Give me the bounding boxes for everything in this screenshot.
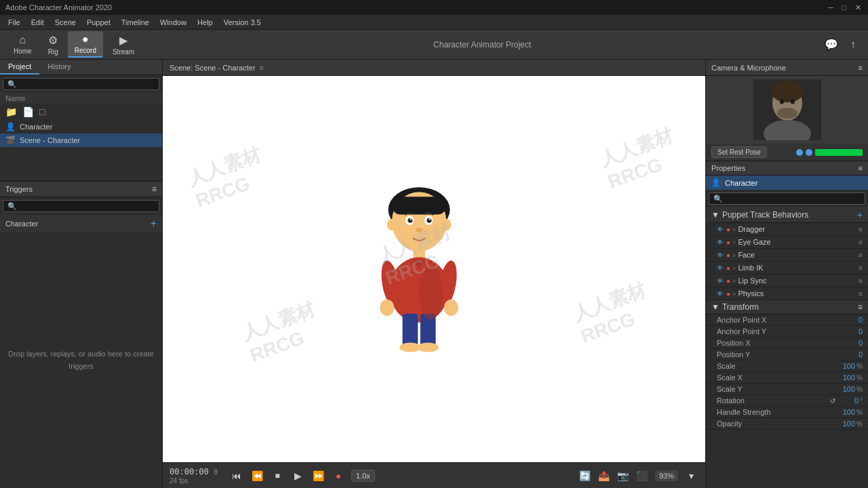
limbik-eye-icon[interactable]: 👁 (717, 264, 724, 272)
dragger-menu-icon[interactable]: ≡ (859, 226, 863, 233)
svg-point-11 (416, 228, 423, 232)
toolbar-stream-button[interactable]: ▶ Stream (106, 32, 141, 58)
tab-project[interactable]: Project (0, 60, 39, 75)
rotation-value[interactable]: 0 (838, 396, 859, 405)
transform-pos-x: Position X 0 (706, 338, 868, 349)
set-rest-pose-button[interactable]: Set Rest Pose (711, 146, 767, 158)
menu-puppet[interactable]: Puppet (81, 17, 116, 28)
face-menu-icon[interactable]: ≡ (859, 251, 863, 259)
project-scene-name: Scene - Character (20, 136, 80, 144)
handle-strength-value[interactable]: 100 (835, 408, 855, 416)
folder-icon[interactable]: 📁 (5, 106, 17, 117)
behavior-limb-ik: 👁 ● › Limb IK ≡ (706, 262, 868, 274)
physics-menu-icon[interactable]: ≡ (859, 290, 863, 298)
loop-button[interactable]: 🔄 (578, 468, 593, 483)
limbik-name: Limb IK (738, 264, 856, 272)
zoom-dropdown-button[interactable]: ▾ (684, 468, 698, 483)
face-expand-icon[interactable]: › (733, 251, 735, 259)
face-eye-icon[interactable]: 👁 (717, 251, 724, 259)
maximize-button[interactable]: □ (840, 3, 849, 12)
comment-icon[interactable]: 💬 (823, 37, 840, 53)
pos-x-value[interactable]: 0 (842, 339, 863, 347)
eyegaze-menu-icon[interactable]: ≡ (859, 239, 863, 246)
props-search-input[interactable] (709, 192, 865, 205)
triggers-search-input[interactable] (3, 200, 159, 212)
anchor-y-value[interactable]: 0 (842, 327, 863, 336)
transform-header[interactable]: ▼ Transform ≡ (706, 300, 868, 314)
menu-scene[interactable]: Scene (50, 17, 81, 28)
record-playback-button[interactable]: ● (331, 468, 346, 483)
lipsync-expand-icon[interactable]: › (733, 277, 735, 285)
dragger-lock-icon[interactable]: ● (726, 226, 730, 233)
menu-edit[interactable]: Edit (26, 17, 50, 28)
lipsync-eye-icon[interactable]: 👁 (717, 277, 724, 285)
close-button[interactable]: ✕ (853, 3, 863, 12)
eyegaze-expand-icon[interactable]: › (733, 239, 735, 246)
add-icon[interactable]: □ (39, 106, 45, 117)
file-icon[interactable]: 📄 (22, 106, 34, 117)
opacity-value[interactable]: 100 (835, 420, 855, 428)
limbik-menu-icon[interactable]: ≡ (859, 264, 863, 272)
lipsync-menu-icon[interactable]: ≡ (859, 277, 863, 285)
physics-eye-icon[interactable]: 👁 (717, 290, 724, 298)
dragger-eye-icon[interactable]: 👁 (717, 226, 724, 233)
fullscreen-button[interactable]: ⬛ (635, 468, 650, 483)
scale-x-value[interactable]: 100 (835, 373, 855, 382)
rotation-reset-icon[interactable]: ↺ (830, 397, 835, 405)
toolbar-home-button[interactable]: ⌂ Home (7, 32, 39, 57)
project-name-header: Name (0, 93, 162, 104)
project-item-character[interactable]: 👤 Character (0, 120, 162, 134)
watermark-4: 人人素材RRCG (596, 122, 684, 192)
toolbar-record-button[interactable]: ● Record (68, 31, 103, 58)
physics-expand-icon[interactable]: › (733, 290, 735, 298)
eyegaze-lock-icon[interactable]: ● (726, 239, 730, 246)
toolbar-rig-label: Rig (48, 48, 58, 56)
anchor-x-value[interactable]: 0 (842, 316, 863, 324)
puppet-track-behaviors-header[interactable]: ▼ Puppet Track Behaviors + (706, 207, 868, 223)
viewport: 人人素材RRCG 人人素材RRCG 人人素材RRCG 人人素材RRCG 人人素材… (163, 76, 705, 462)
project-search-input[interactable] (3, 78, 159, 90)
play-button[interactable]: ▶ (290, 468, 305, 483)
toolbar-right: 💬 ↑ (823, 37, 861, 53)
svg-point-16 (380, 300, 394, 317)
main-area: Project History Name 📁 📄 □ 👤 Character 🎬… (0, 60, 868, 488)
lipsync-lock-icon[interactable]: ● (726, 277, 730, 285)
triggers-drop-text: Drop layers, replays, or audio here to c… (7, 348, 155, 372)
step-back-button[interactable]: ⏪ (250, 468, 264, 483)
camera-view-button[interactable]: 📷 (616, 468, 631, 483)
tab-history[interactable]: History (39, 60, 79, 75)
step-forward-button[interactable]: ⏩ (311, 468, 326, 483)
go-to-start-button[interactable]: ⏮ (229, 468, 244, 483)
menu-file[interactable]: File (3, 17, 26, 28)
speed-button[interactable]: 1.0x (351, 470, 375, 482)
eyegaze-eye-icon[interactable]: 👁 (717, 239, 724, 246)
face-lock-icon[interactable]: ● (726, 251, 730, 259)
dragger-expand-icon[interactable]: › (733, 226, 735, 233)
svg-point-17 (444, 300, 458, 317)
share-icon[interactable]: ↑ (845, 37, 861, 53)
triggers-add-button[interactable]: + (151, 218, 157, 230)
properties-menu-icon[interactable]: ≡ (859, 164, 863, 172)
menu-window[interactable]: Window (155, 17, 192, 28)
limbik-expand-icon[interactable]: › (733, 264, 735, 272)
physics-lock-icon[interactable]: ● (726, 290, 730, 298)
pos-y-value[interactable]: 0 (842, 350, 863, 359)
transform-title: Transform (722, 302, 759, 312)
titlebar-title: Adobe Character Animator 2020 (5, 3, 112, 12)
scale-value[interactable]: 100 (835, 362, 855, 370)
scale-y-value[interactable]: 100 (835, 385, 855, 393)
project-item-scene[interactable]: 🎬 Scene - Character (0, 134, 162, 147)
transform-menu-icon[interactable]: ≡ (858, 302, 863, 312)
minimize-button[interactable]: ─ (826, 3, 835, 12)
export-button[interactable]: 📤 (597, 468, 612, 483)
scene-menu-icon[interactable]: ≡ (260, 64, 264, 72)
limbik-lock-icon[interactable]: ● (726, 264, 730, 272)
toolbar-rig-button[interactable]: ⚙ Rig (41, 32, 65, 58)
menu-help[interactable]: Help (192, 17, 218, 28)
toolbar-home-label: Home (14, 47, 32, 55)
cam-mic-menu-icon[interactable]: ≡ (859, 64, 863, 72)
svg-point-3 (387, 219, 397, 231)
menu-timeline[interactable]: Timeline (116, 17, 155, 28)
add-behavior-icon[interactable]: + (857, 209, 863, 220)
stop-button[interactable]: ■ (270, 468, 285, 483)
